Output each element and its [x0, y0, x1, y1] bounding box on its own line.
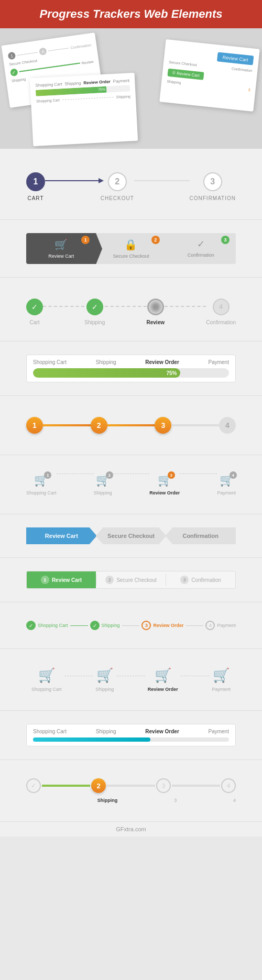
tracker6-badge-2: 🛒 2 — [96, 474, 110, 487]
tracker3-step-4: 4 Confirmation — [206, 299, 236, 325]
tracker9-line-2 — [122, 625, 140, 626]
tracker11-label-1: Shopping Cart — [33, 729, 67, 734]
tracker5-line-1 — [43, 424, 91, 426]
tracker10-step-1: 🛒 Shopping Cart — [31, 667, 62, 692]
tracker2-icon-2: 🔒 — [124, 238, 137, 251]
tracker2-step-2[interactable]: 2 🔒 Secure Checkout — [96, 233, 166, 264]
tracker6-step-3: 🛒 3 Review Order — [149, 474, 180, 495]
tracker7: Review Cart Secure Checkout Confirmation — [26, 527, 236, 544]
tracker2-badge-3: 3 — [221, 236, 230, 244]
tracker3-step-3: Review — [147, 299, 165, 325]
tracker6-num-4: 4 — [230, 471, 237, 479]
tracker6-connector-2 — [112, 474, 149, 474]
tracker9-check-3: 3 — [141, 621, 151, 630]
tracker6: 🛒 1 Shopping Cart 🛒 2 Shipping 🛒 3 Revie… — [16, 468, 246, 501]
tracker7-section: Review Cart Secure Checkout Confirmation — [0, 514, 262, 558]
tracker5-circle-3: 3 — [155, 417, 171, 434]
hero-card-3: Shopping CartShippingReview OrderPayment… — [30, 73, 138, 146]
tracker10-label-3: Review Order — [148, 687, 178, 692]
tracker9-section: ✓ Shopping Cart ✓ Shipping 3 Review Orde… — [0, 602, 262, 649]
tracker7-tab-1[interactable]: Review Cart — [26, 527, 97, 544]
tracker9: ✓ Shopping Cart ✓ Shipping 3 Review Orde… — [16, 615, 246, 635]
tracker10-line-3 — [181, 676, 210, 676]
tracker1-step-1: 1 CART — [26, 172, 45, 201]
tracker10-label-4: Payment — [212, 687, 231, 692]
tracker4-bar: 75% — [33, 368, 229, 378]
tracker7-tab-2[interactable]: Secure Checkout — [96, 527, 167, 544]
tracker6-label-3: Review Order — [149, 490, 180, 495]
tracker8-tab-1[interactable]: 1 Review Cart — [27, 571, 96, 588]
hero-review-cart-btn-2[interactable]: ① Review Cart — [167, 69, 204, 80]
tracker8-label-1: Review Cart — [52, 577, 82, 583]
tracker4-label-2: Shipping — [96, 359, 116, 365]
tracker8-label-2: Secure Checkout — [116, 577, 157, 583]
tracker1-label-2: CHECKOUT — [101, 195, 134, 201]
tracker1-connector-2 — [134, 180, 190, 181]
tracker1-label-1: CART — [27, 195, 43, 201]
tracker2-step-3[interactable]: 3 ✓ Confirmation — [166, 233, 236, 264]
tracker5-line-2 — [107, 424, 155, 426]
tracker8-num-2: 2 — [105, 576, 114, 584]
tracker3: ✓ Cart ✓ Shipping Review 4 Confirmation — [16, 291, 246, 328]
tracker6-num-1: 1 — [44, 471, 51, 479]
tracker10-label-2: Shipping — [95, 687, 114, 692]
tracker5-circle-1: 1 — [26, 417, 43, 434]
tracker3-step-1: ✓ Cart — [26, 299, 43, 325]
tracker6-step-4: 🛒 4 Payment — [217, 474, 236, 495]
tracker1-circle-1: 1 — [26, 172, 45, 191]
tracker5-section: 1 2 3 4 — [0, 396, 262, 455]
tracker5-line-3 — [171, 424, 219, 426]
tracker6-label-4: Payment — [217, 490, 236, 495]
tracker9-label-3: Review Order — [153, 623, 183, 628]
tracker10-label-1: Shopping Cart — [31, 687, 62, 692]
tracker6-connector-3 — [180, 474, 217, 474]
tracker9-step-1: ✓ Shopping Cart — [26, 621, 68, 630]
tracker10-section: 🛒 Shopping Cart 🛒 Shipping 🛒 Review Orde… — [0, 649, 262, 711]
tracker11-labels: Shopping Cart Shipping Review Order Paym… — [33, 729, 229, 734]
tracker11: Shopping Cart Shipping Review Order Paym… — [26, 724, 236, 746]
tracker1-label-3: CONFIRMATION — [190, 195, 236, 201]
tracker1-section: 1 CART 2 CHECKOUT 3 CONFIRMATION — [0, 149, 262, 220]
tracker10-icon-1: 🛒 — [38, 667, 55, 684]
tracker8-tab-3[interactable]: 3 Confirmation — [166, 571, 235, 588]
hero-section: 1 A Confirmation Secure Checkout ✓ Revie… — [0, 28, 262, 149]
tracker7-tab-label-3: Confirmation — [182, 533, 218, 539]
tracker12-label-2: Shipping — [97, 798, 118, 803]
tracker7-tab-3[interactable]: Confirmation — [165, 527, 236, 544]
tracker9-label-2: Shipping — [102, 623, 120, 628]
tracker6-num-2: 2 — [106, 471, 113, 479]
tracker11-label-4: Payment — [209, 729, 229, 734]
tracker2-step-1[interactable]: 1 🛒 Review Cart — [26, 233, 96, 264]
tracker1-circle-3: 3 — [203, 172, 222, 191]
tracker3-step-2: ✓ Shipping — [84, 299, 105, 325]
tracker2: 1 🛒 Review Cart 2 🔒 Secure Checkout 3 ✓ … — [26, 233, 236, 264]
tracker10-line-2 — [116, 676, 145, 676]
tracker6-num-3: 3 — [168, 471, 175, 479]
tracker4-label-3: Review Order — [145, 359, 179, 365]
tracker5-circle-2: 2 — [91, 417, 107, 434]
hero-card-2: Review Cart Secure CheckoutConfirmation … — [159, 39, 260, 112]
tracker12-step-labels: Shipping 3 4 — [16, 796, 246, 808]
tracker3-connector-3 — [165, 306, 206, 307]
tracker6-section: 🛒 1 Shopping Cart 🛒 2 Shipping 🛒 3 Revie… — [0, 455, 262, 514]
tracker10-icon-4: 🛒 — [213, 667, 230, 684]
tracker8-tab-2[interactable]: 2 Secure Checkout — [96, 571, 166, 588]
tracker12-line-3 — [172, 785, 220, 787]
tracker12-circle-4: 4 — [221, 778, 236, 793]
tracker7-tab-label-2: Secure Checkout — [107, 533, 155, 539]
tracker10-step-4: 🛒 Payment — [212, 667, 231, 692]
tracker12-label-4: 4 — [233, 798, 236, 803]
tracker10-step-3: 🛒 Review Order — [148, 667, 178, 692]
tracker12-badge-2: 2 — [91, 778, 106, 793]
tracker3-label-4: Confirmation — [206, 320, 236, 325]
tracker9-step-3: 3 Review Order — [141, 621, 183, 630]
tracker7-tab-label-1: Review Cart — [45, 533, 78, 539]
tracker12-circle-3: 3 — [156, 778, 171, 793]
hero-review-cart-btn[interactable]: Review Cart — [217, 52, 254, 65]
tracker8-num-1: 1 — [41, 576, 49, 584]
tracker1-circle-2: 2 — [108, 172, 127, 191]
tracker1-step-3: 3 CONFIRMATION — [190, 172, 236, 201]
tracker8-section: 1 Review Cart 2 Secure Checkout 3 Confir… — [0, 558, 262, 602]
tracker6-step-1: 🛒 1 Shopping Cart — [26, 474, 57, 495]
tracker4-section: Shopping Cart Shipping Review Order Paym… — [0, 342, 262, 396]
